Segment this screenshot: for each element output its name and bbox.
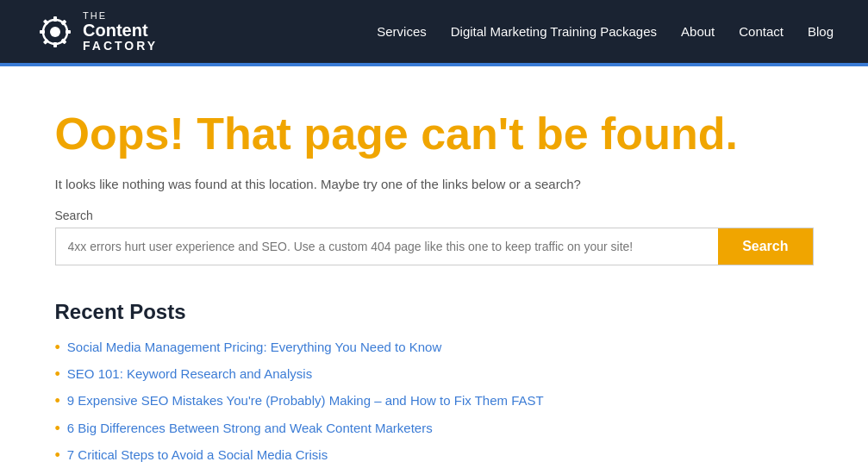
error-description: It looks like nothing was found at this … [55,177,814,191]
svg-rect-7 [43,38,49,44]
bullet-icon: • [55,365,60,384]
bullet-icon: • [55,338,60,358]
bullet-icon: • [55,391,60,411]
list-item: • Social Media Management Pricing: Every… [55,338,814,358]
post-link[interactable]: 7 Critical Steps to Avoid a Social Media… [67,446,328,464]
nav-services[interactable]: Services [377,24,427,39]
logo-icon [34,11,76,53]
post-link[interactable]: SEO 101: Keyword Research and Analysis [67,365,312,383]
search-button[interactable]: Search [718,228,812,265]
logo-line1: THE [83,10,158,21]
search-label: Search [55,209,814,222]
nav-contact[interactable]: Contact [739,24,784,39]
list-item: • 7 Critical Steps to Avoid a Social Med… [55,446,814,465]
nav-blog[interactable]: Blog [808,24,834,39]
logo-line3: FACTORY [83,40,158,53]
logo-text: THE Content FACTORY [83,10,158,53]
nav-about[interactable]: About [681,24,715,39]
main-content: Oops! That page can't be found. It looks… [21,66,848,468]
logo-line2: Content [83,21,158,40]
svg-rect-4 [66,30,71,34]
recent-posts-list: • Social Media Management Pricing: Every… [55,338,814,466]
main-nav: Services Digital Marketing Training Pack… [377,24,834,39]
search-container: Search [55,228,814,265]
post-link[interactable]: 6 Big Differences Between Strong and Wea… [67,419,433,437]
bullet-icon: • [55,446,60,465]
list-item: • 6 Big Differences Between Strong and W… [55,419,814,439]
error-description-text: It looks like nothing was found at this … [55,177,581,191]
error-heading: Oops! That page can't be found. [55,109,814,159]
svg-point-9 [50,27,60,37]
site-header: THE Content FACTORY Services Digital Mar… [0,0,868,63]
post-link[interactable]: Social Media Management Pricing: Everyth… [67,338,441,356]
svg-rect-5 [43,19,49,25]
logo[interactable]: THE Content FACTORY [34,10,158,53]
svg-rect-2 [53,42,57,47]
recent-posts-heading: Recent Posts [55,300,814,324]
svg-rect-1 [53,16,57,22]
list-item: • SEO 101: Keyword Research and Analysis [55,365,814,384]
svg-rect-3 [40,30,45,34]
nav-digital-marketing[interactable]: Digital Marketing Training Packages [451,24,657,39]
bullet-icon: • [55,419,60,439]
search-input[interactable] [56,228,719,265]
list-item: • 9 Expensive SEO Mistakes You're (Proba… [55,391,814,411]
post-link[interactable]: 9 Expensive SEO Mistakes You're (Probabl… [67,391,544,409]
